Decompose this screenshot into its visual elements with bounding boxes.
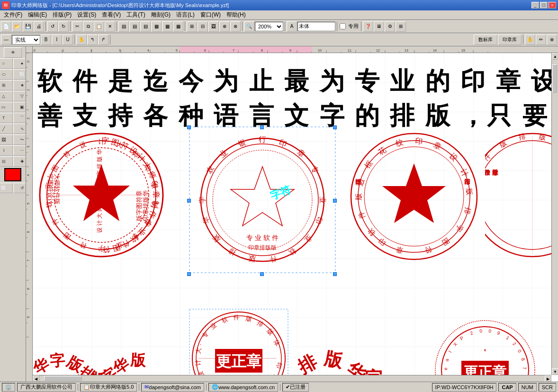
- new-button[interactable]: 📄: [1, 21, 11, 32]
- sel-handle-mr[interactable]: [333, 199, 337, 203]
- align-center-button[interactable]: ▤: [129, 21, 140, 32]
- hscroll-track[interactable]: [39, 375, 545, 382]
- undo-button[interactable]: ↺: [47, 21, 58, 32]
- other-button[interactable]: ⊕: [219, 21, 230, 32]
- ungroup-button[interactable]: ⊟: [198, 21, 208, 32]
- vscroll-down[interactable]: ▼: [552, 368, 558, 375]
- color-tool1[interactable]: ⬜: [0, 183, 13, 193]
- sel-handle-ml[interactable]: [187, 199, 191, 203]
- bold-button[interactable]: B: [41, 35, 51, 45]
- minimize-button[interactable]: _: [531, 2, 539, 9]
- hand2-icon[interactable]: ✋: [525, 35, 535, 45]
- rect3-tool[interactable]: ▣: [13, 102, 27, 112]
- seal-lib-button[interactable]: 印章库: [498, 35, 522, 45]
- menu-tools[interactable]: 工具(T): [124, 10, 148, 20]
- pen-icon[interactable]: ✏: [536, 35, 546, 45]
- zoom-select[interactable]: 200%100%150%50%: [255, 22, 283, 31]
- seal-6[interactable]: · 专 业 软 件 版 排 版 体 更正章 印 章: [189, 309, 288, 382]
- menu-engrave[interactable]: 雕刻(G): [148, 10, 173, 20]
- sel-handle-br[interactable]: [333, 272, 337, 276]
- extra2-icon[interactable]: ⊕: [547, 35, 557, 45]
- sel-handle-tc[interactable]: [260, 125, 264, 129]
- white-canvas[interactable]: 软 件 是 迄 今 为 止 最 为 专 业 的 印 章 设 计 与 制 作 善 …: [33, 53, 558, 382]
- settings2-icon[interactable]: ⚙: [385, 21, 395, 32]
- rotate-left-icon[interactable]: ↰: [87, 35, 98, 45]
- special-checkbox[interactable]: [340, 23, 346, 29]
- num-lib-button[interactable]: 数标库: [474, 35, 497, 45]
- zigzag-tool[interactable]: ⌇: [0, 145, 13, 156]
- image-button[interactable]: 🖼: [208, 21, 219, 32]
- eye-tool[interactable]: 👁: [4, 47, 22, 58]
- hscroll-right[interactable]: ▶: [545, 375, 551, 382]
- dots-tool[interactable]: ⋯: [13, 145, 27, 156]
- grid-tool[interactable]: ⊞: [0, 80, 13, 90]
- menu-file[interactable]: 文件(F): [1, 10, 25, 20]
- monitor-icon[interactable]: 🖥: [374, 21, 384, 32]
- menu-view[interactable]: 查看(V): [99, 10, 124, 20]
- rotate-right-icon[interactable]: ↱: [98, 35, 108, 45]
- line-style-select[interactable]: 实线虚线点线: [12, 35, 40, 45]
- wave-tool[interactable]: 〜: [13, 134, 27, 145]
- vscroll-up[interactable]: ▲: [552, 53, 558, 60]
- hand-icon[interactable]: ✋: [76, 35, 87, 45]
- curve-tool[interactable]: ∿: [13, 124, 27, 134]
- align-bottom-button[interactable]: ▦: [173, 21, 183, 32]
- arrow-tool[interactable]: ▽: [13, 91, 27, 101]
- print-button[interactable]: 🖨: [34, 21, 44, 32]
- open-button[interactable]: 📂: [12, 21, 22, 32]
- dot-tool[interactable]: ●: [13, 58, 27, 69]
- seal-2[interactable]: 农 业 银 行 印 章 专 字符 业 软: [189, 126, 336, 273]
- group-button[interactable]: ⊞: [187, 21, 197, 32]
- align-middle-button[interactable]: ▦: [162, 21, 172, 32]
- sel-handle-tr[interactable]: [333, 125, 337, 129]
- rect-tool[interactable]: ⬜: [13, 69, 27, 80]
- save-button[interactable]: 💾: [23, 21, 33, 32]
- other2-button[interactable]: ⊗: [230, 21, 241, 32]
- vscroll-track[interactable]: [552, 60, 558, 368]
- close-button[interactable]: ×: [549, 2, 556, 9]
- delete-button[interactable]: ✕: [105, 21, 115, 32]
- svg-text:师: 师: [96, 206, 103, 212]
- vscroll-thumb[interactable]: [552, 64, 557, 93]
- copy-button[interactable]: ⧉: [83, 21, 93, 32]
- sel-handle-bl[interactable]: [187, 272, 191, 276]
- star-tool[interactable]: ★: [13, 80, 27, 90]
- paste-button[interactable]: 📋: [94, 21, 104, 32]
- align-left-button[interactable]: ▤: [118, 21, 129, 32]
- text-tool[interactable]: T: [0, 113, 13, 123]
- tri-tool[interactable]: △: [0, 91, 13, 101]
- rect2-tool[interactable]: ▭: [0, 102, 13, 112]
- circle-tool[interactable]: ○: [0, 58, 13, 69]
- extra-icon[interactable]: ⊞: [396, 21, 406, 32]
- redo-button[interactable]: ↻: [58, 21, 69, 32]
- menu-settings[interactable]: 设置(S): [74, 10, 99, 20]
- menu-layout[interactable]: 排版(P): [50, 10, 74, 20]
- maximize-button[interactable]: □: [540, 2, 548, 9]
- menu-language[interactable]: 语言(L): [173, 10, 198, 20]
- cross-tool[interactable]: ✚: [13, 156, 27, 167]
- help-icon[interactable]: ❓: [363, 21, 373, 32]
- menu-help[interactable]: 帮助(H): [224, 10, 249, 20]
- ellipse-tool[interactable]: ⬭: [0, 69, 13, 80]
- align-right-button[interactable]: ▤: [140, 21, 151, 32]
- menu-window[interactable]: 窗口(W): [198, 10, 224, 20]
- canvas-area[interactable]: 0 1 2 3 4 5 6 7 8 9 10 11 12 13: [26, 46, 558, 382]
- color-box[interactable]: [4, 168, 21, 181]
- underline-button[interactable]: U: [63, 35, 73, 45]
- cut-button[interactable]: ✂: [72, 21, 82, 32]
- hscroll[interactable]: ◀ ▶: [33, 375, 551, 382]
- font-input[interactable]: [297, 22, 335, 31]
- hscroll-left[interactable]: ◀: [33, 375, 39, 382]
- italic-button[interactable]: I: [52, 35, 62, 45]
- hscroll-thumb[interactable]: [44, 376, 82, 381]
- line-tool[interactable]: ╱: [0, 124, 13, 134]
- align-top-button[interactable]: ▦: [151, 21, 162, 32]
- image-tool[interactable]: 🖼: [0, 134, 13, 145]
- color-tool2[interactable]: ↺: [13, 183, 27, 193]
- sel-handle-bc[interactable]: [260, 272, 264, 276]
- sel-handle-tl[interactable]: [187, 125, 191, 129]
- arc-tool[interactable]: ⌒: [13, 113, 27, 123]
- pattern-tool[interactable]: ⊟: [0, 156, 13, 167]
- menu-edit[interactable]: 编辑(E): [25, 10, 50, 20]
- vscroll[interactable]: ▲ ▼: [551, 53, 558, 375]
